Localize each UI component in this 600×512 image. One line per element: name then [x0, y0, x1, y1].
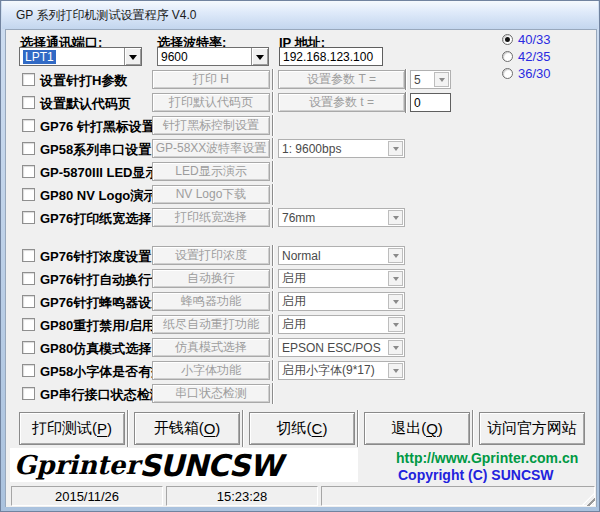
radio-icon[interactable]: [502, 51, 513, 62]
serial-status-button[interactable]: 串口状态检测: [152, 384, 270, 403]
reprint-combo[interactable]: 启用: [278, 315, 405, 334]
chevron-down-icon[interactable]: [388, 363, 403, 378]
set-param-T-button[interactable]: 设置参数 T =: [278, 70, 405, 89]
divider: [272, 115, 274, 136]
baud-combo[interactable]: 9600: [157, 47, 269, 66]
app-window: GP 系列打印机测试设置程序 V4.0 选择通讯端口: LPT1 选择波特率: …: [0, 0, 600, 512]
density-combo[interactable]: Normal: [278, 246, 405, 265]
row-gp58-serial: GP58系列串口设置 GP-58XX波特率设置 1: 9600bps: [6, 139, 598, 158]
row-gp76-density: GP76针打浓度设置 设置打印浓度 Normal: [6, 246, 598, 265]
autolf-combo[interactable]: 启用: [278, 269, 405, 288]
checkbox-label: GP76针打蜂鸣器设置: [40, 294, 164, 312]
checkbox-label: GP58小字体是否有效: [40, 363, 164, 381]
print-test-button[interactable]: 打印测试(P): [19, 412, 125, 445]
chevron-down-icon[interactable]: [388, 141, 403, 156]
status-time: 15:23:28: [166, 486, 318, 506]
visit-website-button[interactable]: 访问官方网站: [479, 412, 585, 445]
checkbox-label: GP76 针打黑标设置: [40, 118, 155, 136]
website-url-link[interactable]: http://www.Gprinter.com.cn: [396, 450, 578, 466]
reprint-button[interactable]: 纸尽自动重打功能: [152, 315, 270, 334]
checkbox-gp76-autolf[interactable]: [22, 272, 35, 285]
chevron-down-icon[interactable]: [388, 340, 403, 355]
divider: [272, 314, 274, 335]
row-gp80-emulation: GP80仿真模式选择 仿真模式选择 EPSON ESC/POS: [6, 338, 598, 357]
chevron-down-icon[interactable]: [124, 48, 141, 65]
gp58-baud-combo[interactable]: 1: 9600bps: [278, 139, 405, 158]
set-param-t-button[interactable]: 设置参数 t =: [278, 93, 405, 112]
paperwidth-button[interactable]: 打印纸宽选择: [152, 208, 270, 227]
port-combo-value: LPT1: [23, 50, 56, 64]
beeper-button[interactable]: 蜂鸣器功能: [152, 292, 270, 311]
checkbox-gp80-nvlogo[interactable]: [22, 188, 35, 201]
chevron-down-icon[interactable]: [388, 210, 403, 225]
checkbox-label: GP80仿真模式选择: [40, 340, 151, 358]
divider: [272, 138, 274, 159]
row-gp76-beeper: GP76针打蜂鸣器设置 蜂鸣器功能 启用: [6, 292, 598, 311]
led-demo-button[interactable]: LED显示演示: [152, 162, 270, 181]
paperwidth-combo[interactable]: 76mm: [278, 208, 405, 227]
divider: [405, 92, 407, 113]
checkbox-gp76-blackmark[interactable]: [22, 119, 35, 132]
checkbox-gp-serial-status[interactable]: [22, 387, 35, 400]
checkbox-gp5870-led[interactable]: [22, 165, 35, 178]
port-combo[interactable]: LPT1: [19, 47, 142, 66]
smallfont-button[interactable]: 小字体功能: [152, 361, 270, 380]
radio-option-42-35[interactable]: 42/35: [502, 49, 551, 63]
divider: [272, 161, 274, 182]
status-date: 2015/11/26: [11, 486, 163, 506]
divider: [272, 291, 274, 312]
checkbox-default-codepage[interactable]: [22, 96, 35, 109]
open-drawer-button[interactable]: 开钱箱(O): [134, 412, 240, 445]
checkbox-gp58-serial[interactable]: [22, 142, 35, 155]
divider: [272, 69, 274, 90]
checkbox-gp76-paperwidth[interactable]: [22, 211, 35, 224]
gp58-baud-button[interactable]: GP-58XX波特率设置: [152, 139, 270, 158]
radio-label: 40/33: [518, 32, 551, 47]
checkbox-label: GP58系列串口设置: [40, 141, 151, 159]
status-empty-panel: [321, 486, 595, 506]
radio-icon[interactable]: [502, 34, 513, 45]
divider: [272, 268, 274, 289]
divider: [242, 410, 244, 447]
checkbox-label: 设置默认代码页: [40, 95, 131, 113]
blackmark-control-button[interactable]: 针打黑标控制设置: [152, 116, 270, 135]
print-h-button[interactable]: 打印 H: [152, 70, 270, 89]
chevron-down-icon[interactable]: [388, 317, 403, 332]
checkbox-label: GP串行接口状态检测: [40, 386, 163, 404]
chevron-down-icon[interactable]: [251, 48, 268, 65]
checkbox-label: GP80 NV Logo演示: [40, 187, 156, 205]
row-gp76-paperwidth: GP76打印纸宽选择 打印纸宽选择 76mm: [6, 208, 598, 227]
nvlogo-download-button[interactable]: NV Logo下载: [152, 185, 270, 204]
emulation-button[interactable]: 仿真模式选择: [152, 338, 270, 357]
param-t-input[interactable]: 0: [410, 93, 451, 112]
radio-option-40-33[interactable]: 40/33: [502, 32, 551, 46]
print-default-codepage-button[interactable]: 打印默认代码页: [152, 93, 270, 112]
checkbox-gp76-beeper[interactable]: [22, 295, 35, 308]
chevron-down-icon[interactable]: [388, 248, 403, 263]
checkbox-gp76-density[interactable]: [22, 249, 35, 262]
smallfont-combo[interactable]: 启用小字体(9*17): [278, 361, 405, 380]
chevron-down-icon[interactable]: [388, 271, 403, 286]
divider: [357, 410, 359, 447]
row-gp80-reprint: GP80重打禁用/启用 纸尽自动重打功能 启用: [6, 315, 598, 334]
beeper-combo[interactable]: 启用: [278, 292, 405, 311]
autolf-button[interactable]: 自动换行: [152, 269, 270, 288]
ip-address-input[interactable]: 192.168.123.100: [279, 47, 383, 66]
checkbox-gp80-emulation[interactable]: [22, 341, 35, 354]
divider: [272, 92, 274, 113]
density-button[interactable]: 设置打印浓度: [152, 246, 270, 265]
cut-paper-button[interactable]: 切纸(C): [249, 412, 355, 445]
checkbox-gp80-reprint[interactable]: [22, 318, 35, 331]
divider: [127, 410, 129, 447]
exit-button[interactable]: 退出(Q): [364, 412, 470, 445]
title-bar[interactable]: GP 系列打印机测试设置程序 V4.0: [2, 1, 598, 29]
divider: [405, 69, 407, 90]
checkbox-gp58-smallfont[interactable]: [22, 364, 35, 377]
chevron-down-icon[interactable]: [434, 72, 449, 87]
emulation-combo[interactable]: EPSON ESC/POS: [278, 338, 405, 357]
param-T-combo[interactable]: 5: [410, 70, 451, 89]
status-bar: 2015/11/26 15:23:28: [7, 485, 596, 507]
checkbox-set-pin-h-param[interactable]: [22, 73, 35, 86]
row-gp76-autolf: GP76针打自动换行设置 自动换行 启用: [6, 269, 598, 288]
chevron-down-icon[interactable]: [388, 294, 403, 309]
